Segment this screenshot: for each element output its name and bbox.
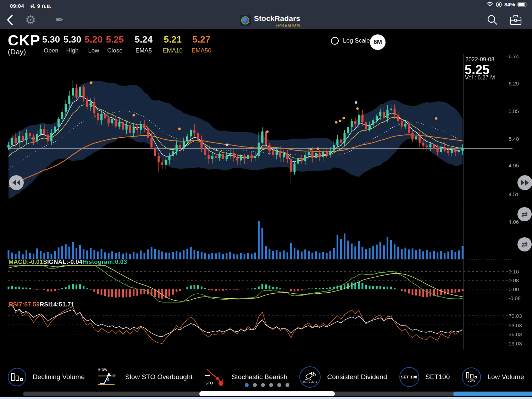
rsi-axis-tick: 70.03 [509,313,522,319]
nav-bar: ⚙ ✒ StockRadars ♦PREMIUM [0,10,532,29]
fast-forward-icon [521,179,529,186]
cursor-volume: Vol : 6.27 M [465,74,495,81]
log-scale-radio[interactable] [331,37,339,45]
macd-value-label: MACD:-0.01 [9,259,43,265]
app-logo: StockRadars ♦PREMIUM [240,14,300,27]
stock-field-ema50: 5.27 EMA50 [187,34,216,54]
home-indicator[interactable] [199,391,335,396]
pagination-dot[interactable] [269,383,273,387]
pagination-dot[interactable] [245,383,249,387]
settings-gear-icon[interactable]: ⚙ [23,13,38,27]
loop-toggle-button-2[interactable]: ⇄ [517,237,532,251]
svg-text:☉: ☉ [112,373,116,377]
badge-declining-volume[interactable]: Declining Volume [8,368,85,386]
portfolio-briefcase-icon[interactable] [509,13,523,27]
stockradars-logo-icon [240,15,251,26]
macd-axis-tick: -0.08 [509,295,521,301]
pagination-dot[interactable] [286,383,289,387]
screen-bottom-edge [0,397,532,399]
macd-axis-tick: 0.16 [509,268,519,275]
rsi-axis-tick: 53.03 [509,322,522,328]
low-volume-icon: LOW [462,367,481,387]
loop-icon: ⇄ [521,210,528,219]
stock-field-ema5: 5.24 EMA5 [129,34,158,54]
price-axis-tick: 5.85 [509,108,519,114]
declining-volume-icon [8,368,26,386]
price-axis-tick: 4.95 [509,162,519,168]
loop-toggle-button-1[interactable]: ⇄ [517,207,532,221]
pagination-dot[interactable] [253,383,257,387]
macd-label-row: MACD:-0.01SIGNAL:-0.04Histogram:0.03 [9,259,127,266]
wifi-icon [486,2,493,7]
macd-axis-tick: 0.00 [509,286,519,292]
stock-field-ema10: 5.21 EMA10 [159,34,187,54]
badge-consistent-dividend[interactable]: Consistent Consistent Dividend [299,366,387,388]
battery-percent: 84% [504,1,515,7]
stock-timeframe: (Day) [8,48,26,56]
macd-axis-tick: 0.08 [509,277,519,283]
log-scale-label: Log Scale [343,37,370,44]
rsi-axis-tick: 36.03 [509,331,522,337]
rewind-icon [12,179,21,186]
pagination-dot[interactable] [277,383,281,387]
price-axis-tick: 4.06 [509,219,519,225]
histogram-value-label: Histogram:0.03 [82,259,127,265]
badge-slow-sto-overbought[interactable]: Slow ☉ Slow STO Overbought [97,367,193,387]
price-chart-canvas[interactable] [0,0,532,399]
scroll-right-button[interactable] [517,175,532,190]
status-date: ศ. 9 ก.ย. [31,3,51,9]
rsi14-value-label: RSI14:51.71 [40,301,74,308]
range-6m-button[interactable]: 6M [370,34,386,50]
battery-icon [517,2,528,7]
set100-icon: SET 100 [399,367,419,387]
clock: 09:04 [10,3,24,9]
app-name: StockRadars [254,14,300,23]
badges-scrollbar-thumb[interactable] [453,392,532,396]
rsi-axis-tick: 19.03 [509,340,522,347]
badge-low-volume[interactable]: LOW Low Volume [462,367,524,387]
stochastic-bearish-icon: STO [205,367,225,387]
premium-badge: ♦PREMIUM [254,23,300,27]
slow-sto-icon: Slow ☉ [97,367,119,387]
rsi7-value-label: RSI7:57.59 [9,301,40,308]
draw-pen-icon[interactable]: ✒ [52,13,67,27]
scroll-left-button[interactable] [9,175,24,190]
rsi-label-row: RSI7:57.59RSI14:51.71 [9,301,74,308]
search-icon[interactable] [485,13,499,27]
pagination-dot[interactable] [261,383,265,387]
orientation-lock-icon [496,1,502,7]
price-axis-tick: 5.40 [509,136,519,142]
price-axis-tick: 6.74 [509,53,519,59]
stock-symbol: CKP [8,32,40,49]
top-bar: 09:04ศ. 9 ก.ย. 84% ⚙ ✒ StockRadars ♦PREM… [0,0,532,29]
price-axis-tick: 6.29 [509,81,519,87]
status-left: 09:04ศ. 9 ก.ย. [10,2,51,10]
signal-value-label: SIGNAL:-0.04 [43,259,82,265]
loop-icon: ⇄ [521,240,528,249]
price-axis-tick: 4.51 [509,191,519,197]
stock-field-close: 5.25 Close [101,34,129,54]
log-scale-toggle[interactable]: Log Scale [331,37,370,45]
cursor-date: 2022-09-08 [465,56,494,63]
back-button[interactable] [3,13,17,27]
badge-set100[interactable]: SET 100 SET100 [399,367,450,387]
pagination-dots [245,383,289,387]
consistent-dividend-icon: Consistent [299,366,321,388]
status-bar: 09:04ศ. 9 ก.ย. 84% [0,0,532,10]
